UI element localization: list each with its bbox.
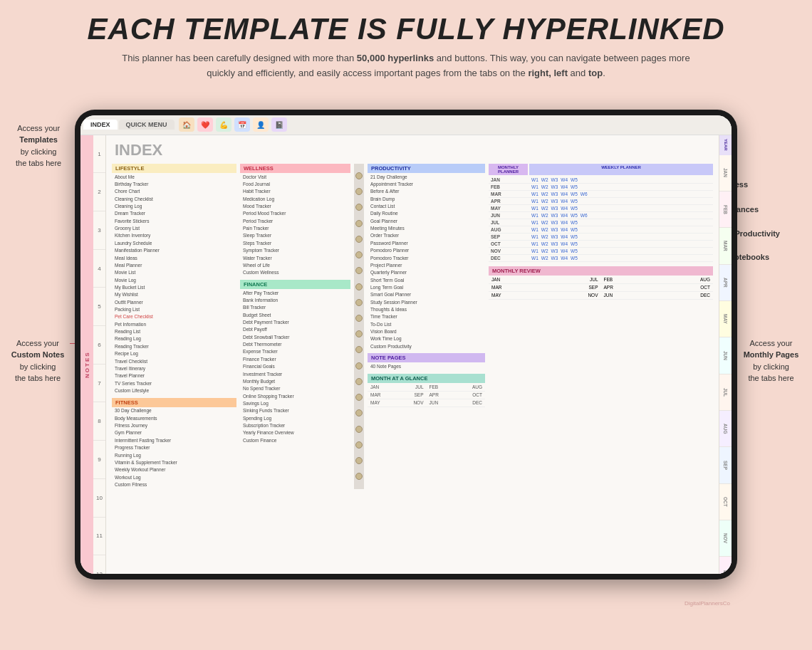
num-tab-6[interactable]: 6 — [93, 326, 105, 365]
num-tab-11[interactable]: 11 — [93, 518, 105, 556]
tab-heart-icon[interactable]: ❤️ — [197, 117, 213, 132]
num-tab-7[interactable]: 7 — [93, 365, 105, 403]
review-apr-oct: APROCT — [601, 284, 714, 292]
tablet-content: NOTES 1 2 3 4 5 6 7 8 9 10 11 12 — [80, 135, 732, 574]
num-tab-9[interactable]: 9 — [93, 441, 105, 479]
planner-row-jul: JULW1W2W3W4W5 — [489, 219, 713, 226]
planner-row-nov: NOVW1W2W3W4W5 — [489, 248, 713, 255]
mag-mar-sep: MARSEP — [368, 392, 427, 399]
num-tab-10[interactable]: 10 — [93, 479, 105, 518]
tablet-device: INDEX QUICK MENU 🏠 ❤️ 💪 📅 👤 📓 NOTES — [75, 110, 737, 580]
num-tab-1[interactable]: 1 — [93, 135, 105, 174]
num-tab-2[interactable]: 2 — [93, 173, 105, 211]
wellness-finance-column: WELLNESS Doctor Visit Food Journal Habit… — [240, 164, 350, 489]
tab-notebook-icon[interactable]: 📓 — [271, 117, 287, 132]
planner-row-feb: FEBW1W2W3W4W5 — [489, 184, 713, 191]
note-pages-header: NOTE PAGES — [368, 353, 485, 362]
number-tabs: 1 2 3 4 5 6 7 8 9 10 11 12 — [93, 135, 106, 574]
page-title: EACH TEMPLATE IS FULLY HYPERLINKED — [43, 13, 769, 46]
month-at-glance-header: MONTH AT A GLANCE — [368, 374, 485, 383]
right-tab-mar[interactable]: MAR — [719, 228, 732, 264]
planner-column: MONTHLYPLANNER WEEKLY PLANNER JANW1W2W3W… — [489, 164, 713, 489]
tab-icons: 🏠 ❤️ 💪 📅 👤 📓 — [179, 117, 287, 132]
num-tab-3[interactable]: 3 — [93, 211, 105, 250]
header: EACH TEMPLATE IS FULLY HYPERLINKED This … — [0, 0, 812, 88]
annotation-templates: Access your Templates by clicking the ta… — [16, 122, 61, 169]
annotation-monthly-pages: Access your Monthly Pages by clicking th… — [734, 337, 808, 384]
index-title: INDEX — [112, 141, 713, 159]
spiral-dot — [355, 457, 363, 464]
annotation-custom-notes: Access your Custom Notes by clicking the… — [6, 337, 70, 384]
index-main-content: INDEX LIFESTYLE About Me Birthday Tracke… — [106, 135, 719, 574]
right-tab-nov[interactable]: NOV — [719, 520, 732, 557]
mag-feb-aug: FEBAUG — [427, 384, 486, 392]
mag-may-nov: MAYNOV — [368, 399, 427, 407]
mag-jan-jul: JANJUL — [368, 384, 427, 392]
spiral-dot — [355, 251, 363, 258]
tablet-screen: INDEX QUICK MENU 🏠 ❤️ 💪 📅 👤 📓 NOTES — [80, 115, 732, 574]
spiral-dot — [355, 204, 363, 211]
spiral-dot — [355, 330, 363, 337]
review-may-nov: MAYNOV — [489, 292, 601, 300]
watermark: DigitalPlannersCo — [685, 600, 730, 607]
lifestyle-column: LIFESTYLE About Me Birthday Tracker Chor… — [112, 164, 236, 489]
planner-row-may: MAYW1W2W3W4W5 — [489, 205, 713, 212]
review-jan-jul: JANJUL — [489, 276, 601, 284]
lifestyle-header: LIFESTYLE — [112, 164, 236, 173]
monthly-review-header: MONTHLY REVIEW — [489, 266, 713, 276]
right-tab-feb[interactable]: FEB — [719, 192, 732, 228]
spiral-dot — [355, 236, 363, 243]
tab-index[interactable]: INDEX — [83, 120, 118, 130]
spiral-dot — [355, 299, 363, 306]
planner-row-apr: APRW1W2W3W4W5 — [489, 198, 713, 205]
tab-user-icon[interactable]: 👤 — [253, 117, 269, 132]
planner-row-sep: SEPW1W2W3W4W5 — [489, 234, 713, 241]
num-tab-8[interactable]: 8 — [93, 402, 105, 441]
num-tab-4[interactable]: 4 — [93, 250, 105, 288]
right-tab-aug[interactable]: AUG — [719, 411, 732, 447]
productivity-section-header: PRODUCTIVITY — [368, 164, 485, 173]
notes-sidebar[interactable]: NOTES — [80, 135, 93, 574]
right-tab-jun[interactable]: JUN — [719, 337, 732, 374]
planner-row-jun: JUNW1W2W3W4W5W6 — [489, 212, 713, 219]
right-tab-apr[interactable]: APR — [719, 265, 732, 301]
right-tab-may[interactable]: MAY — [719, 301, 732, 337]
review-mar-sep: MARSEP — [489, 284, 601, 292]
right-tab-dec[interactable]: DEC — [719, 557, 732, 573]
spiral-dot — [355, 409, 363, 416]
tab-quick-menu[interactable]: QUICK MENU — [119, 120, 175, 130]
mag-jun-dec: JUNDEC — [427, 399, 486, 407]
tab-home-icon[interactable]: 🏠 — [179, 117, 194, 132]
planner-row-oct: OCTW1W2W3W4W5 — [489, 241, 713, 248]
right-tab-oct[interactable]: OCT — [719, 484, 732, 520]
spiral-dot — [355, 267, 363, 274]
spiral-dot — [355, 362, 363, 369]
planner-row-aug: AUGW1W2W3W4W5 — [489, 226, 713, 234]
spiral-dot — [355, 394, 363, 401]
review-feb-aug: FEBAUG — [601, 276, 714, 284]
productivity-column: PRODUCTIVITY 21 Day Challenge Appointmen… — [368, 164, 485, 489]
right-tab-sep[interactable]: SEP — [719, 447, 732, 483]
header-subtitle: This planner has been carefully designed… — [121, 51, 691, 81]
spiral-dot — [355, 473, 363, 480]
right-tab-jan[interactable]: JAN — [719, 155, 732, 192]
monthly-planner-header: MONTHLYPLANNER — [489, 164, 528, 175]
num-tab-5[interactable]: 5 — [93, 288, 105, 326]
right-tab-jul[interactable]: JUL — [719, 374, 732, 411]
spiral-dot — [355, 220, 363, 227]
finance-header: FINANCE — [240, 280, 350, 289]
mag-apr-oct: APROCT — [427, 392, 486, 399]
year-tab[interactable]: YEAR — [719, 135, 732, 155]
tab-fitness-icon[interactable]: 💪 — [216, 117, 231, 132]
spiral-binding — [354, 164, 364, 489]
num-tab-12[interactable]: 12 — [93, 555, 105, 574]
weekly-planner-header: WEEKLY PLANNER — [529, 164, 713, 175]
tab-calendar-icon[interactable]: 📅 — [234, 117, 250, 132]
planner-row-dec: DECW1W2W3W4W5 — [489, 255, 713, 262]
spiral-dot — [355, 426, 363, 433]
spiral-dot — [355, 188, 363, 195]
fitness-header: FITNESS — [112, 398, 236, 407]
planner-row-jan: JANW1W2W3W4W5 — [489, 177, 713, 184]
planner-row-mar: MARW1W2W3W4W5W6 — [489, 191, 713, 198]
spiral-dot — [355, 378, 363, 385]
